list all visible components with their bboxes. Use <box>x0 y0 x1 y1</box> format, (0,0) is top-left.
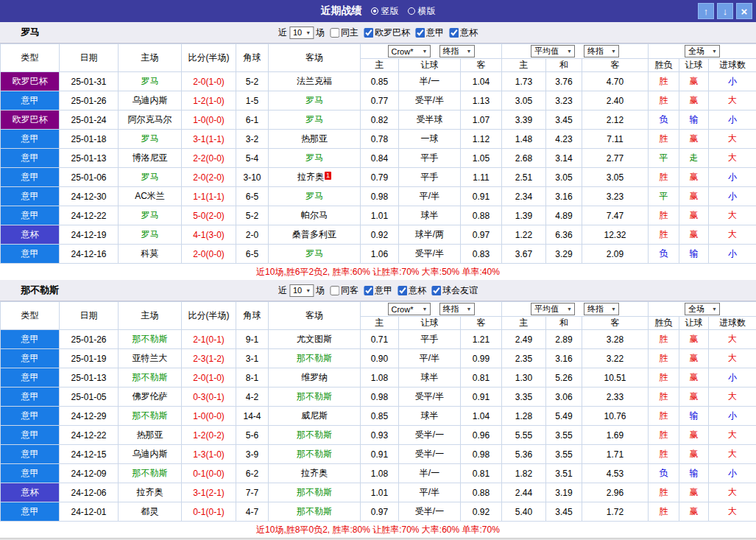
team-section-header: 罗马近10▼场同主欧罗巴杯意甲意杯 <box>0 22 756 43</box>
filter-checkbox[interactable]: 意甲 <box>364 284 392 297</box>
filter-checkbox[interactable]: 意杯 <box>398 284 426 297</box>
score-cell: 1-0(0-0) <box>182 111 236 130</box>
avg-away-cell: 10.51 <box>582 368 649 388</box>
date-cell: 24-12-15 <box>60 445 119 464</box>
column-header: 和 <box>546 317 582 330</box>
score-cell: 4-1(3-0) <box>182 225 236 245</box>
goals-result-cell: 大 <box>709 388 756 407</box>
away-odds-cell: 0.88 <box>461 206 502 225</box>
avg-home-cell: 3.39 <box>502 111 546 130</box>
filter-checkbox-input[interactable] <box>431 286 441 295</box>
near-label: 近 <box>278 284 287 297</box>
column-header: 让球 <box>679 317 709 330</box>
avg-away-cell: 1.71 <box>582 445 649 464</box>
final-index-select[interactable]: 终指▼ <box>439 303 475 315</box>
away-odds-cell: 0.81 <box>461 368 502 388</box>
odds-company-select[interactable]: Crow*▼ <box>388 303 431 315</box>
move-up-button[interactable]: ↑ <box>698 3 714 19</box>
handicap-result-cell: 赢 <box>679 225 709 245</box>
column-header: 角球 <box>236 44 269 72</box>
match-row: 意甲25-01-26乌迪内斯1-2(1-0)1-5罗马0.77受平/半1.133… <box>1 91 756 111</box>
score-cell: 3-1(1-1) <box>182 130 236 149</box>
filter-checkbox[interactable]: 球会友谊 <box>431 284 478 297</box>
move-down-button[interactable]: ↓ <box>717 3 733 19</box>
home-team-cell: 都灵 <box>119 502 182 522</box>
handicap-result-cell: 赢 <box>679 91 709 111</box>
filter-checkbox-input[interactable] <box>398 286 407 295</box>
competition-type-cell: 意甲 <box>1 349 60 368</box>
corner-cell: 6-5 <box>236 245 269 264</box>
corner-cell: 3-10 <box>236 168 269 187</box>
handicap-cell: 球半 <box>399 368 461 388</box>
home-odds-cell: 0.78 <box>361 130 399 149</box>
home-team-cell: 那不勒斯 <box>119 407 182 426</box>
away-team-name: 帕尔马 <box>301 210 328 220</box>
select-value: 终指 <box>587 46 604 57</box>
filter-checkbox-input[interactable] <box>330 286 339 295</box>
match-count-select[interactable]: 10▼ <box>289 27 314 39</box>
final-index-select[interactable]: 终指▼ <box>439 45 475 57</box>
filter-checkbox-input[interactable] <box>364 28 373 38</box>
full-match-select[interactable]: 全场▼ <box>685 303 720 315</box>
avg-draw-cell: 4.23 <box>546 130 582 149</box>
column-header: 主 <box>502 317 546 330</box>
column-header: 角球 <box>236 302 269 330</box>
home-odds-cell: 0.77 <box>361 91 399 111</box>
checkbox-label: 意杯 <box>409 284 426 297</box>
filter-checkbox-input[interactable] <box>449 28 459 38</box>
away-team-cell: 罗马 <box>269 187 361 206</box>
goals-result-cell: 大 <box>709 91 756 111</box>
match-count-select[interactable]: 10▼ <box>289 284 314 297</box>
section-summary: 近10场,胜6平2负2, 胜率:60% 让胜率:70% 大率:50% 单率:40… <box>0 264 756 280</box>
away-team-cell: 拉齐奥 <box>269 464 361 483</box>
date-cell: 24-12-30 <box>60 187 119 206</box>
goals-result-cell: 小 <box>709 464 756 483</box>
corner-cell: 1-5 <box>236 91 269 111</box>
result-cell: 胜 <box>649 368 679 388</box>
chevron-down-icon: ▼ <box>467 49 472 54</box>
home-odds-cell: 0.85 <box>361 407 399 426</box>
avg-home-cell: 5.40 <box>502 502 546 522</box>
home-odds-cell: 1.01 <box>361 206 399 225</box>
filter-checkbox[interactable]: 意甲 <box>415 27 444 39</box>
filter-checkbox[interactable]: 意杯 <box>449 27 478 39</box>
view-mode-vertical[interactable]: 竖版 <box>371 5 399 18</box>
handicap-cell: 平/半 <box>399 349 461 368</box>
filter-checkbox-input[interactable] <box>330 28 339 38</box>
handicap-cell: 平/半 <box>399 187 461 206</box>
result-cell: 胜 <box>649 502 679 522</box>
avg-draw-cell: 3.19 <box>546 483 582 502</box>
goals-result-cell: 小 <box>709 368 756 388</box>
close-button[interactable]: × <box>736 3 752 19</box>
odds-company-select[interactable]: Crow*▼ <box>388 45 431 57</box>
result-cell: 胜 <box>649 445 679 464</box>
filter-checkbox[interactable]: 同客 <box>330 284 358 297</box>
away-team-cell: 威尼斯 <box>269 407 361 426</box>
away-team-cell: 罗马 <box>269 111 361 130</box>
goals-result-cell: 大 <box>709 206 756 225</box>
result-cell: 胜 <box>649 168 679 187</box>
away-team-cell: 尤文图斯 <box>269 330 361 349</box>
filter-checkbox[interactable]: 欧罗巴杯 <box>364 27 410 39</box>
handicap-result-cell: 赢 <box>679 206 709 225</box>
odds-company-header: Crow*▼终指▼ <box>361 302 502 317</box>
filter-checkbox[interactable]: 同主 <box>330 27 358 39</box>
average-header: 平均值▼终指▼ <box>502 302 649 317</box>
home-odds-cell: 0.98 <box>361 187 399 206</box>
full-match-select[interactable]: 全场▼ <box>685 45 720 57</box>
average-select[interactable]: 平均值▼ <box>531 45 575 57</box>
final-index-select[interactable]: 终指▼ <box>584 45 619 57</box>
filter-checkbox-input[interactable] <box>415 28 425 38</box>
handicap-cell: 受平/半 <box>399 388 461 407</box>
home-team-cell: 拉齐奥 <box>119 483 182 502</box>
average-select[interactable]: 平均值▼ <box>531 303 575 315</box>
date-cell: 24-12-19 <box>60 225 119 245</box>
result-cell: 胜 <box>649 388 679 407</box>
filter-checkbox-input[interactable] <box>364 286 373 295</box>
column-header: 主场 <box>119 302 182 330</box>
select-value: Crow* <box>392 47 414 56</box>
view-mode-horizontal[interactable]: 横版 <box>408 5 436 18</box>
checkbox-label: 同主 <box>341 27 358 39</box>
avg-draw-cell: 3.14 <box>546 149 582 168</box>
final-index-select[interactable]: 终指▼ <box>584 303 619 315</box>
